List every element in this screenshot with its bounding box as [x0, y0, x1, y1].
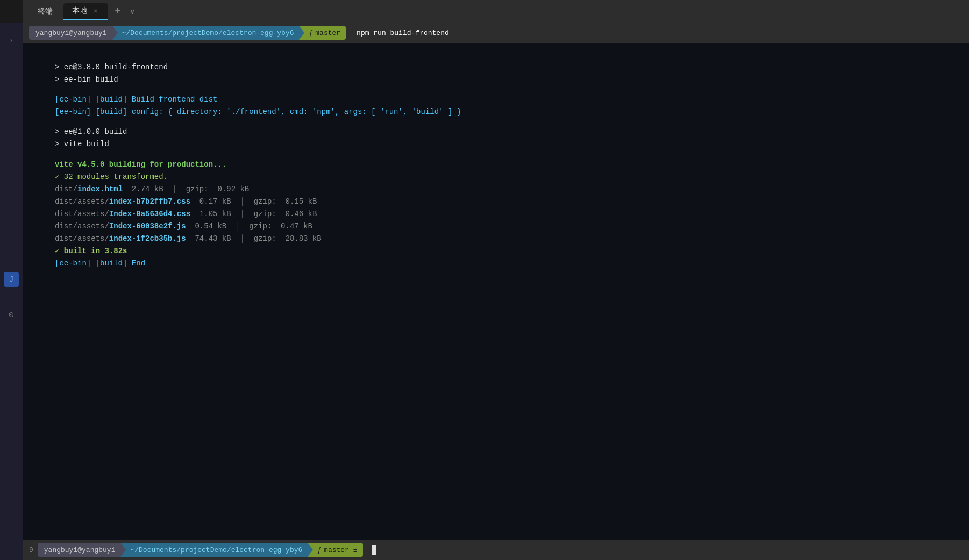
terminal-line: > vite build [55, 138, 937, 150]
app-container: › J ◎ 终端 本地 ✕ + ∨ yangbuyi@yangbuyi ~/Do… [0, 0, 969, 560]
terminal-line: [ee-bin] [build] Build frontend dist [55, 94, 937, 106]
terminal-line: dist/assets/Index-60038e2f.js 0.54 kB │ … [55, 220, 937, 233]
terminal-line: dist/assets/index-b7b2ffb7.css 0.17 kB │… [55, 196, 937, 208]
tab-close-icon[interactable]: ✕ [91, 6, 99, 16]
tab-terminal[interactable]: 终端 [29, 3, 61, 19]
terminal-line: > ee-bin build [55, 74, 937, 86]
prompt-user-segment: yangbuyi@yangbuyi [29, 26, 112, 40]
terminal-line: dist/index.html 2.74 kB │ gzip: 0.92 kB [55, 183, 937, 196]
terminal-line: vite v4.5.0 building for production... [55, 159, 937, 171]
terminal-line [55, 86, 937, 94]
tab-add-button[interactable]: + [110, 4, 125, 19]
prompt-branch-icon: ƒ [309, 29, 313, 37]
bottom-prompt-branch: ƒ master ± [308, 543, 362, 557]
terminal-line: [ee-bin] [build] End [55, 257, 937, 270]
terminal-line [55, 54, 937, 61]
tab-local[interactable]: 本地 ✕ [63, 3, 108, 20]
bottom-prompt-bar: 9 yangbuyi@yangbuyi ~/Documents/projectD… [23, 540, 969, 560]
terminal-line: ✓ built in 3.82s [55, 245, 937, 257]
left-circle-icon[interactable]: ◎ [4, 306, 19, 321]
prompt-branch-text: master [315, 29, 340, 37]
prompt-path-segment: ~/Documents/projectDemo/electron-egg-yby… [112, 26, 300, 40]
left-blue-icon[interactable]: J [4, 272, 19, 287]
terminal-line: [ee-bin] [build] config: { directory: '.… [55, 106, 937, 118]
tab-terminal-label: 终端 [38, 6, 53, 16]
top-prompt-bar: yangbuyi@yangbuyi ~/Documents/projectDem… [23, 23, 969, 43]
bottom-prompt-user: yangbuyi@yangbuyi [38, 543, 121, 557]
bottom-branch-icon: ƒ [317, 546, 322, 554]
prompt-command-text: npm run build-frontend [357, 29, 449, 37]
left-arrow-icon[interactable]: › [4, 33, 19, 48]
cursor [372, 545, 376, 555]
bottom-branch-text: master ± [324, 546, 357, 554]
main-wrapper: 终端 本地 ✕ + ∨ yangbuyi@yangbuyi ~/Document… [23, 0, 969, 560]
prompt-path-text: ~/Documents/projectDemo/electron-egg-yby… [122, 29, 294, 37]
prompt-user-text: yangbuyi@yangbuyi [35, 29, 107, 37]
terminal-line [55, 151, 937, 159]
terminal-line: dist/assets/Index-0a5636d4.css 1.05 kB │… [55, 208, 937, 220]
terminal-line [55, 118, 937, 126]
tab-bar: 终端 本地 ✕ + ∨ [23, 0, 969, 23]
terminal-line: ✓ 32 modules transformed. [55, 171, 937, 183]
prompt-branch-segment: ƒ master [299, 26, 346, 40]
cursor-block [372, 545, 376, 555]
left-panel: › J ◎ [0, 23, 23, 560]
line-number: 9 [29, 546, 33, 554]
terminal-line: > ee@3.8.0 build-frontend [55, 61, 937, 74]
bottom-prompt-path: ~/Documents/projectDemo/electron-egg-yby… [120, 543, 308, 557]
terminal-line: dist/assets/index-1f2cb35b.js 74.43 kB │… [55, 233, 937, 245]
terminal-line: > ee@1.0.0 build [55, 126, 937, 138]
bottom-path-text: ~/Documents/projectDemo/electron-egg-yby… [130, 546, 302, 554]
tab-local-label: 本地 [72, 6, 87, 16]
tab-dropdown-button[interactable]: ∨ [127, 5, 138, 18]
bottom-user-text: yangbuyi@yangbuyi [44, 546, 116, 554]
terminal-content[interactable]: > ee@3.8.0 build-frontend> ee-bin build … [23, 43, 969, 540]
